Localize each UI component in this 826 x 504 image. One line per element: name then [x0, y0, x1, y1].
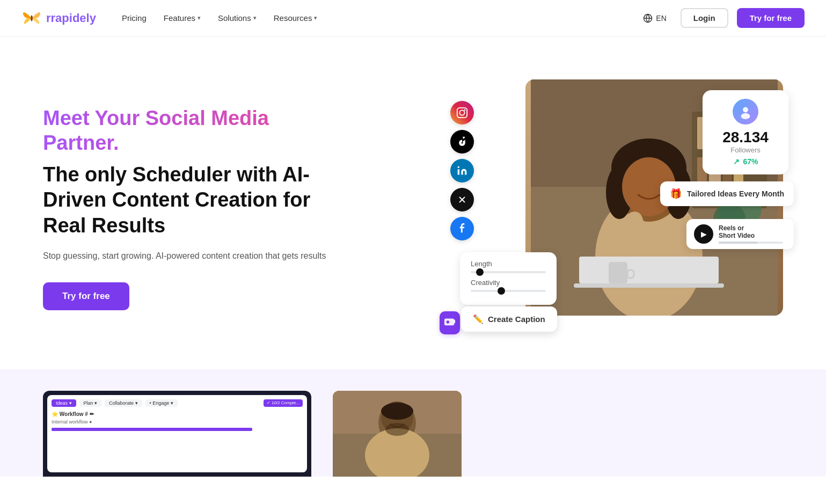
- followers-count: 28.134: [713, 129, 778, 146]
- sliders-panel: Length Creativity: [460, 252, 557, 305]
- screen-tab-complete[interactable]: ✓ 10/2 Comple...: [264, 399, 303, 407]
- reels-progress-bar: [719, 242, 783, 244]
- hero-tagline: Meet Your Social Media Partner.: [43, 106, 333, 155]
- reels-play-button[interactable]: ▶: [694, 224, 713, 244]
- screen-workflow-label: ⭐ Workflow # ✏: [52, 410, 303, 418]
- svg-point-35: [741, 113, 750, 119]
- tailored-card-label: Tailored Ideas Every Month: [687, 189, 784, 198]
- creativity-slider-row: Creativity: [471, 279, 546, 292]
- tailored-icon: 🎁: [670, 188, 682, 200]
- logo[interactable]: rrapidely: [21, 8, 96, 28]
- nav-solutions[interactable]: Solutions ▾: [211, 9, 263, 27]
- social-icons-column: [450, 101, 474, 240]
- logo-icon: [21, 8, 42, 28]
- bottom-content: Ideas ▾ Plan ▾ Collaborate ▾ • Engage ▾ …: [0, 391, 826, 477]
- facebook-icon[interactable]: [450, 217, 474, 240]
- language-button[interactable]: EN: [638, 10, 671, 26]
- svg-point-7: [458, 166, 459, 168]
- svg-rect-6: [458, 170, 459, 175]
- creativity-slider-track[interactable]: [471, 290, 546, 292]
- length-label: Length: [471, 260, 546, 268]
- svg-rect-31: [609, 262, 627, 283]
- camera-badge: [440, 311, 460, 334]
- hero-subtitle: Stop guessing, start growing. AI-powered…: [43, 249, 333, 263]
- svg-point-5: [464, 109, 466, 111]
- tiktok-icon[interactable]: [450, 130, 474, 154]
- screen-tab-engage[interactable]: • Engage ▾: [145, 399, 178, 407]
- length-slider-track[interactable]: [471, 271, 546, 273]
- svg-point-44: [385, 423, 409, 436]
- camera-icon: [444, 316, 456, 327]
- nav-left: rrapidely Pricing Features ▾ Solutions ▾…: [21, 8, 324, 28]
- length-slider-thumb[interactable]: [476, 268, 484, 276]
- creativity-label: Creativity: [471, 279, 546, 287]
- solutions-chevron-icon: ▾: [253, 14, 257, 21]
- bottom-person-photo: [333, 391, 462, 477]
- followers-avatar: [733, 99, 758, 125]
- followers-label: Followers: [713, 146, 778, 154]
- nav-pricing[interactable]: Pricing: [115, 9, 153, 27]
- globe-icon: [643, 13, 653, 23]
- resources-chevron-icon: ▾: [314, 14, 317, 21]
- brand-name: rrapidely: [46, 11, 96, 25]
- reels-info: Reels orShort Video: [719, 224, 783, 244]
- pencil-icon: ✏️: [473, 314, 484, 324]
- create-caption-label: Create Caption: [488, 315, 545, 324]
- svg-rect-29: [574, 283, 724, 288]
- length-slider-row: Length: [471, 260, 546, 273]
- screen-tab-collaborate[interactable]: Collaborate ▾: [105, 399, 142, 407]
- nav-right: EN Login Try for free: [638, 8, 805, 28]
- tailored-ideas-card: 🎁 Tailored Ideas Every Month: [660, 181, 794, 206]
- reels-bar-fill: [719, 242, 757, 244]
- features-chevron-icon: ▾: [198, 14, 201, 21]
- svg-point-0: [31, 15, 33, 21]
- followers-growth: ↗ 67%: [713, 157, 778, 166]
- svg-point-34: [743, 107, 748, 113]
- screen-inner: Ideas ▾ Plan ▾ Collaborate ▾ • Engage ▾ …: [47, 395, 307, 472]
- svg-point-38: [447, 320, 450, 324]
- dashboard-preview: Ideas ▾ Plan ▾ Collaborate ▾ • Engage ▾ …: [43, 391, 311, 477]
- hero-illustration: 28.134 Followers ↗ 67% 🎁 Tailored Ideas …: [434, 79, 783, 337]
- nav-features[interactable]: Features ▾: [157, 9, 207, 27]
- screen-toolbar: Ideas ▾ Plan ▾ Collaborate ▾ • Engage ▾ …: [52, 399, 303, 407]
- screen-workflow-row: Internal workflow ●: [52, 418, 303, 426]
- creativity-slider-thumb[interactable]: [498, 287, 505, 295]
- try-for-free-button-hero[interactable]: Try for free: [43, 282, 129, 310]
- svg-rect-30: [579, 257, 719, 283]
- screen-tab-plan[interactable]: Plan ▾: [79, 399, 102, 407]
- growth-arrow-icon: ↗: [733, 157, 740, 166]
- hero-section: Meet Your Social Media Partner. The only…: [0, 36, 826, 369]
- svg-rect-36: [444, 319, 454, 326]
- svg-point-45: [381, 403, 413, 420]
- navbar: rrapidely Pricing Features ▾ Solutions ▾…: [0, 0, 826, 36]
- svg-rect-3: [457, 108, 467, 118]
- bottom-preview-section: Ideas ▾ Plan ▾ Collaborate ▾ • Engage ▾ …: [0, 369, 826, 477]
- followers-card: 28.134 Followers ↗ 67%: [703, 90, 788, 174]
- create-caption-button[interactable]: ✏️ Create Caption: [461, 306, 557, 332]
- svg-point-4: [459, 110, 464, 115]
- hero-title: The only Scheduler with AI-Driven Conten…: [43, 162, 333, 239]
- nav-resources[interactable]: Resources ▾: [267, 9, 324, 27]
- instagram-icon[interactable]: [450, 101, 474, 125]
- linkedin-icon[interactable]: [450, 159, 474, 182]
- nav-links: Pricing Features ▾ Solutions ▾ Resources…: [115, 9, 324, 27]
- twitter-x-icon[interactable]: [450, 188, 474, 211]
- hero-left: Meet Your Social Media Partner. The only…: [43, 106, 333, 310]
- reels-label: Reels orShort Video: [719, 224, 783, 239]
- login-button[interactable]: Login: [681, 8, 728, 28]
- screen-tab-ideas[interactable]: Ideas ▾: [52, 399, 76, 407]
- reels-card: ▶ Reels orShort Video: [686, 219, 794, 249]
- try-for-free-button-nav[interactable]: Try for free: [737, 8, 805, 28]
